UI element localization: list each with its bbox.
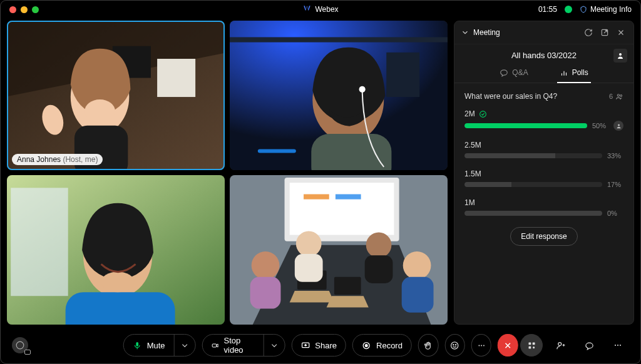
svg-point-55 [366,344,368,346]
popout-button[interactable] [598,26,611,39]
poll-option[interactable]: 1M 0% [464,198,623,217]
poll-option-label-row: 1M [464,198,623,207]
svg-point-47 [479,111,486,117]
stop-video-button[interactable]: Stop video [202,334,285,356]
maximize-window-icon[interactable] [32,6,39,13]
svg-point-49 [16,341,24,349]
ellipsis-icon [613,340,623,350]
connection-status-icon[interactable] [565,6,572,13]
svg-point-36 [403,251,431,280]
poll-option-bar-row: 33% [464,152,623,159]
app-title-label: Webex [315,5,338,14]
leave-meeting-button[interactable] [498,334,518,356]
svg-rect-66 [528,346,531,348]
share-button[interactable]: Share [291,334,346,356]
raise-hand-button[interactable] [418,334,438,356]
video-tile[interactable] [230,21,448,170]
svg-point-58 [456,344,456,345]
poll-option-bar-row: 17% [464,181,623,188]
self-view-toggle[interactable] [12,337,28,353]
svg-point-6 [85,99,115,123]
video-tile[interactable] [7,175,225,325]
tab-polls-label: Polls [572,68,588,77]
stop-video-label: Stop video [224,336,255,355]
mute-options-chevron[interactable] [174,335,195,356]
bar-chart-icon [560,68,568,77]
svg-point-19 [101,272,135,293]
tab-qa[interactable]: Q&A [497,63,530,83]
svg-rect-16 [11,188,68,296]
svg-rect-50 [136,341,138,346]
apps-button[interactable] [520,334,543,356]
video-feed [230,21,448,170]
video-feed [230,175,448,325]
meeting-info-label: Meeting Info [590,5,632,14]
svg-marker-52 [217,344,218,347]
participants-button[interactable] [549,334,572,356]
svg-rect-65 [532,342,535,345]
svg-rect-51 [212,344,216,347]
chat-button[interactable] [578,334,600,356]
svg-point-69 [615,345,616,346]
poll-option[interactable]: 2M 50% [464,109,623,131]
chevron-down-icon [180,341,190,350]
edit-response-button[interactable]: Edit response [510,227,577,246]
record-label: Record [376,341,403,350]
close-icon [617,28,625,37]
poll-option[interactable]: 1.5M 17% [464,169,623,188]
svg-point-13 [359,86,366,93]
svg-point-32 [296,231,322,256]
svg-point-71 [620,345,621,346]
meeting-clock: 01:55 [538,5,557,14]
svg-rect-31 [250,277,281,309]
poll-option[interactable]: 2.5M 33% [464,141,623,159]
video-options-chevron[interactable] [263,335,284,356]
video-tile-self[interactable]: Anna Johnes (Host, me) [7,21,225,170]
check-circle-icon [479,110,487,118]
titlebar: Webex 01:55 Meeting Info [1,1,640,18]
svg-rect-14 [258,149,296,153]
share-label: Share [315,341,337,350]
tab-polls[interactable]: Polls [557,63,591,83]
refresh-button[interactable] [582,26,595,39]
reactions-button[interactable] [444,334,464,356]
poll-option-bar-row: 0% [464,210,623,217]
svg-rect-18 [66,292,175,325]
close-window-icon[interactable] [9,6,16,13]
record-button[interactable]: Record [352,334,412,356]
hand-icon [424,341,433,350]
window-traffic-lights [9,6,39,13]
video-grid: Anna Johnes (Host, me) [7,21,448,325]
share-screen-icon [300,341,310,350]
participant-role: (Host, me) [63,155,98,164]
meeting-info-button[interactable]: Meeting Info [580,5,632,14]
poll-option-label-row: 1.5M [464,169,623,178]
svg-marker-27 [290,291,334,302]
poll-option-label-row: 2.5M [464,141,623,149]
webex-logo-icon [302,6,311,13]
more-panel-button[interactable] [607,334,629,356]
poll-question: What were our sales in Q4? [464,92,609,101]
popout-icon [600,28,609,37]
side-panel-header: Meeting [454,21,633,44]
chevron-down-icon[interactable] [461,28,469,37]
pip-icon [24,350,31,355]
person-icon [617,52,624,59]
close-panel-button[interactable] [615,26,627,39]
presenter-button[interactable] [613,49,627,63]
svg-rect-3 [157,59,195,97]
camera-icon [212,341,219,350]
titlebar-right: 01:55 Meeting Info [538,5,632,14]
mute-button[interactable]: Mute [123,334,196,356]
side-panel: Meeting All hands 03/2022 Q&A [454,21,634,325]
poll-bar [464,211,602,216]
minimize-window-icon[interactable] [21,6,28,13]
poll-responder-count: 6 [609,93,623,101]
person-add-icon [556,341,565,350]
chevron-down-icon [269,341,279,350]
poll-option-label-row: 2M [464,109,623,118]
tab-qa-label: Q&A [512,68,528,77]
more-options-button[interactable] [471,334,491,356]
video-tile[interactable] [230,175,448,325]
poll-option-label: 2.5M [464,141,481,149]
